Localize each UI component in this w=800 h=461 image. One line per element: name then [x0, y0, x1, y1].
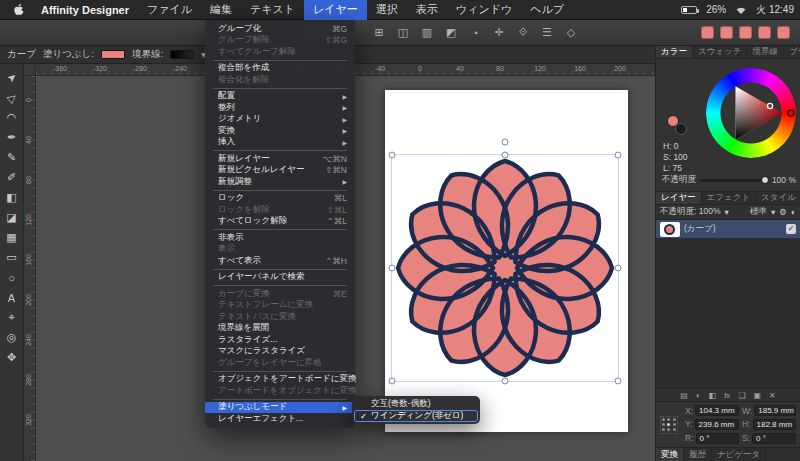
menu-item[interactable]: 挿入▶	[205, 137, 355, 149]
tab-brushes[interactable]: ブラシ	[784, 46, 800, 59]
menu-item[interactable]: グループ化⌘G	[205, 23, 355, 35]
color-picker-tool[interactable]: ⌖	[3, 309, 21, 326]
menu-window[interactable]: ウィンドウ	[447, 0, 521, 20]
anchor-point-selector[interactable]	[660, 416, 678, 434]
w-field[interactable]: 185.9 mm	[754, 405, 796, 416]
menu-edit[interactable]: 編集	[201, 0, 241, 20]
hand-tool[interactable]: ✥	[3, 349, 21, 366]
tab-layers[interactable]: レイヤー	[656, 192, 702, 205]
menu-help[interactable]: ヘルプ	[521, 0, 573, 20]
layer-row-curve[interactable]: (カーブ) ✓	[656, 220, 800, 239]
menu-layer[interactable]: レイヤー	[304, 0, 367, 20]
toolbar-icon[interactable]: ✛	[491, 25, 507, 41]
selection-handle[interactable]	[389, 152, 396, 159]
menu-item[interactable]: ジオメトリ▶	[205, 114, 355, 126]
menu-item[interactable]: 変換▶	[205, 125, 355, 137]
blend-ranges-icon[interactable]: ▤	[680, 391, 688, 400]
menu-item[interactable]: 整列▶	[205, 102, 355, 114]
fill-tool[interactable]: ◧	[3, 189, 21, 206]
menu-item[interactable]: レイヤーパネルで検索	[205, 272, 355, 284]
opacity-value[interactable]: 100 %	[772, 175, 796, 185]
layer-list[interactable]: (カーブ) ✓	[656, 220, 800, 388]
menu-item[interactable]: 非表示	[205, 232, 355, 244]
layer-thumbnail[interactable]	[660, 222, 680, 237]
menu-item[interactable]: 新規レイヤー⌥⌘N	[205, 153, 355, 165]
menu-text[interactable]: テキスト	[241, 0, 304, 20]
menu-item[interactable]: 境界線を展開	[205, 323, 355, 335]
ellipse-tool[interactable]: ○	[3, 269, 21, 286]
menu-item[interactable]: すべて表示⌃⌘H	[205, 255, 355, 267]
menu-item[interactable]: 複合部を作成	[205, 63, 355, 75]
corner-tool[interactable]: ◠	[3, 109, 21, 126]
layer-visibility-checkbox[interactable]: ✓	[786, 224, 796, 234]
coral-tool-button[interactable]	[777, 26, 790, 39]
menu-item[interactable]: 新規調整▶	[205, 176, 355, 188]
tab-navigator[interactable]: ナビゲータ	[712, 448, 766, 461]
tab-styles[interactable]: スタイル	[756, 192, 800, 205]
coral-tool-button[interactable]	[758, 26, 771, 39]
selection-handle[interactable]	[615, 152, 622, 159]
rotation-handle[interactable]	[502, 139, 509, 146]
selection-handle[interactable]	[389, 378, 396, 385]
menu-item[interactable]: オブジェクトをアートボードに変換	[205, 374, 355, 386]
tab-effects[interactable]: エフェクト	[702, 192, 757, 205]
h-field[interactable]: 182.8 mm	[753, 419, 797, 430]
menu-item[interactable]: ラスタライズ...	[205, 334, 355, 346]
tab-history[interactable]: 履歴	[684, 448, 712, 461]
app-menu[interactable]: Affinity Designer	[32, 0, 138, 20]
layer-name[interactable]: (カーブ)	[684, 223, 716, 235]
tab-transform[interactable]: 変換	[656, 448, 684, 461]
coral-tool-button[interactable]	[739, 26, 752, 39]
color-wheel[interactable]	[706, 68, 796, 158]
gear-icon[interactable]: ⚙	[779, 207, 787, 217]
menu-view[interactable]: 表示	[407, 0, 447, 20]
new-layer-icon[interactable]: ▣	[754, 391, 762, 400]
coral-tool-button[interactable]	[720, 26, 733, 39]
pen-tool[interactable]: ✒	[3, 129, 21, 146]
toolbar-icon[interactable]: ⊞	[371, 25, 387, 41]
selection-handle[interactable]	[502, 378, 509, 385]
selection-handle[interactable]	[502, 152, 509, 159]
menu-item-winding[interactable]: ✓ ワインディング(非ゼロ)	[354, 410, 478, 422]
selection-handle[interactable]	[615, 378, 622, 385]
menu-item-fill-mode[interactable]: 塗りつぶしモード▶	[205, 402, 355, 414]
menu-item[interactable]: すべてロック解除⌃⌘L	[205, 216, 355, 228]
blend-mode[interactable]: 標準	[750, 206, 767, 218]
hsl-triangle[interactable]	[706, 68, 796, 158]
menu-item[interactable]: 新規ピクセルレイヤー⇧⌘N	[205, 165, 355, 177]
menubar-clock[interactable]: 火 12:49	[756, 3, 794, 17]
mask-icon[interactable]: ◧	[709, 391, 717, 400]
selection-box[interactable]	[391, 154, 619, 382]
menu-item[interactable]: 配置▶	[205, 91, 355, 103]
toolbar-icon[interactable]: ☰	[539, 25, 555, 41]
menu-file[interactable]: ファイル	[138, 0, 201, 20]
apple-menu[interactable]	[6, 4, 32, 16]
transparency-tool[interactable]: ◪	[3, 209, 21, 226]
toolbar-icon[interactable]: ◩	[443, 25, 459, 41]
node-tool[interactable]: ▷	[0, 85, 24, 110]
tab-color[interactable]: カラー	[656, 46, 693, 59]
toolbar-icon[interactable]: ◇	[563, 25, 579, 41]
dropdown-icon[interactable]: ▾	[771, 207, 775, 217]
text-tool[interactable]: A	[3, 289, 21, 306]
crop-tool[interactable]: ▦	[3, 229, 21, 246]
layer-opacity[interactable]: 不透明度: 100%	[660, 206, 720, 218]
toolbar-icon[interactable]: ◔	[467, 25, 483, 41]
rectangle-tool[interactable]: ▭	[3, 249, 21, 266]
zoom-tool[interactable]: ◎	[3, 329, 21, 346]
delete-layer-icon[interactable]: ✕	[769, 391, 776, 400]
menu-item[interactable]: マスクにラスタライズ	[205, 346, 355, 358]
dropdown-icon[interactable]: ▾	[724, 207, 728, 217]
duplicate-icon[interactable]: ❏	[738, 391, 745, 400]
selection-handle[interactable]	[615, 265, 622, 272]
menu-item[interactable]: ロック⌘L	[205, 193, 355, 205]
battery-icon[interactable]	[681, 6, 697, 14]
menu-select[interactable]: 選択	[367, 0, 407, 20]
coral-tool-button[interactable]	[701, 26, 714, 39]
menu-item[interactable]: レイヤーエフェクト...	[205, 413, 355, 425]
opacity-slider[interactable]	[700, 179, 768, 182]
r-field[interactable]: 0 °	[696, 433, 740, 444]
tab-swatches[interactable]: スウォッチ	[693, 46, 748, 59]
opacity-knob[interactable]	[761, 176, 769, 184]
toolbar-icon[interactable]: ◫	[395, 25, 411, 41]
